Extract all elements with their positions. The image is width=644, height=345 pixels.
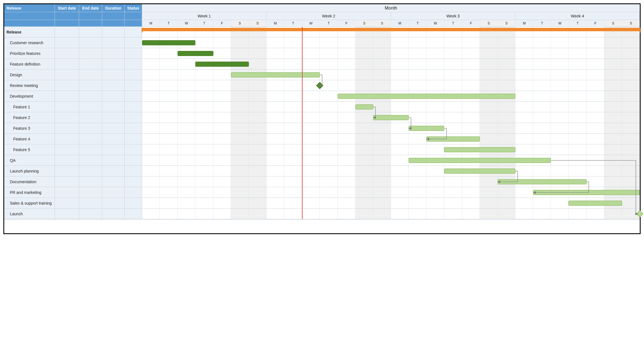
task-dur-cell[interactable] [102,166,125,176]
task-start-cell[interactable] [55,112,79,123]
task-start-cell[interactable] [55,123,79,133]
task-stat-cell[interactable] [125,48,142,59]
task-stat-cell[interactable] [125,80,142,91]
gantt-bar[interactable] [231,72,320,77]
task-name-cell[interactable]: Review meeting [4,80,55,91]
task-dur-cell[interactable] [102,198,125,208]
task-dur-cell[interactable] [102,155,125,165]
task-stat-cell[interactable] [125,27,142,37]
task-start-cell[interactable] [55,102,79,112]
task-stat-cell[interactable] [125,166,142,176]
task-start-cell[interactable] [55,27,79,37]
task-name-cell[interactable]: Customer research [4,37,55,48]
task-dur-cell[interactable] [102,144,125,155]
gantt-bar[interactable] [426,136,480,142]
task-end-cell[interactable] [79,91,102,101]
task-stat-cell[interactable] [125,144,142,155]
task-dur-cell[interactable] [102,59,125,69]
task-stat-cell[interactable] [125,70,142,80]
task-dur-cell[interactable] [102,112,125,123]
task-end-cell[interactable] [79,37,102,48]
task-start-cell[interactable] [55,176,79,187]
task-end-cell[interactable] [79,144,102,155]
gantt-bar[interactable] [409,158,551,163]
task-end-cell[interactable] [79,59,102,69]
task-start-cell[interactable] [55,70,79,80]
gantt-bar[interactable] [195,62,249,67]
gantt-bar[interactable] [569,201,622,206]
task-stat-cell[interactable] [125,187,142,198]
task-start-cell[interactable] [55,155,79,165]
task-dur-cell[interactable] [102,70,125,80]
task-start-cell[interactable] [55,59,79,69]
task-name-cell[interactable]: Launch [4,209,55,219]
task-dur-cell[interactable] [102,80,125,91]
task-end-cell[interactable] [79,112,102,123]
task-stat-cell[interactable] [125,209,142,219]
task-stat-cell[interactable] [125,91,142,101]
task-start-cell[interactable] [55,80,79,91]
task-name-cell[interactable]: QA [4,155,55,165]
task-name-cell[interactable]: Feature 5 [4,144,55,155]
task-stat-cell[interactable] [125,176,142,187]
task-name-cell[interactable]: Development [4,91,55,101]
task-start-cell[interactable] [55,166,79,176]
task-start-cell[interactable] [55,187,79,198]
task-name-cell[interactable]: Design [4,70,55,80]
task-name-cell[interactable]: Sales & support training [4,198,55,208]
task-end-cell[interactable] [79,27,102,37]
task-end-cell[interactable] [79,166,102,176]
task-name-cell[interactable]: Feature definition [4,59,55,69]
task-name-cell[interactable]: Feature 2 [4,112,55,123]
task-dur-cell[interactable] [102,27,125,37]
task-name-cell[interactable]: Feature 3 [4,123,55,133]
task-end-cell[interactable] [79,187,102,198]
gantt-bar[interactable] [533,190,640,195]
gantt-bar[interactable] [444,147,515,152]
task-name-cell[interactable]: Documentation [4,176,55,187]
task-start-cell[interactable] [55,91,79,101]
task-dur-cell[interactable] [102,134,125,144]
task-end-cell[interactable] [79,198,102,208]
gantt-bar[interactable] [355,104,373,109]
gantt-bar[interactable] [338,94,515,99]
gantt-bar[interactable] [444,169,515,174]
task-end-cell[interactable] [79,209,102,219]
task-name-cell[interactable]: Feature 4 [4,134,55,144]
gantt-bar[interactable] [373,115,409,120]
gantt-bar[interactable] [142,40,195,45]
task-dur-cell[interactable] [102,176,125,187]
task-end-cell[interactable] [79,102,102,112]
task-name-cell[interactable]: Feature 1 [4,102,55,112]
task-dur-cell[interactable] [102,102,125,112]
task-name-cell[interactable]: PR and marketing [4,187,55,198]
task-stat-cell[interactable] [125,123,142,133]
task-dur-cell[interactable] [102,187,125,198]
task-start-cell[interactable] [55,198,79,208]
task-stat-cell[interactable] [125,198,142,208]
task-name-cell[interactable]: Launch planning [4,166,55,176]
task-dur-cell[interactable] [102,91,125,101]
task-stat-cell[interactable] [125,59,142,69]
gantt-bar[interactable] [178,51,213,56]
task-dur-cell[interactable] [102,123,125,133]
task-name-cell[interactable]: Release [4,27,55,37]
task-end-cell[interactable] [79,155,102,165]
task-end-cell[interactable] [79,123,102,133]
task-start-cell[interactable] [55,144,79,155]
task-start-cell[interactable] [55,209,79,219]
task-name-cell[interactable]: Prioritize features [4,48,55,59]
task-start-cell[interactable] [55,48,79,59]
gantt-bar[interactable] [409,126,444,131]
task-end-cell[interactable] [79,176,102,187]
task-dur-cell[interactable] [102,209,125,219]
gantt-summary-bar[interactable] [142,28,640,31]
task-end-cell[interactable] [79,134,102,144]
task-end-cell[interactable] [79,70,102,80]
task-end-cell[interactable] [79,48,102,59]
task-dur-cell[interactable] [102,48,125,59]
task-end-cell[interactable] [79,80,102,91]
task-stat-cell[interactable] [125,37,142,48]
task-stat-cell[interactable] [125,155,142,165]
task-dur-cell[interactable] [102,37,125,48]
